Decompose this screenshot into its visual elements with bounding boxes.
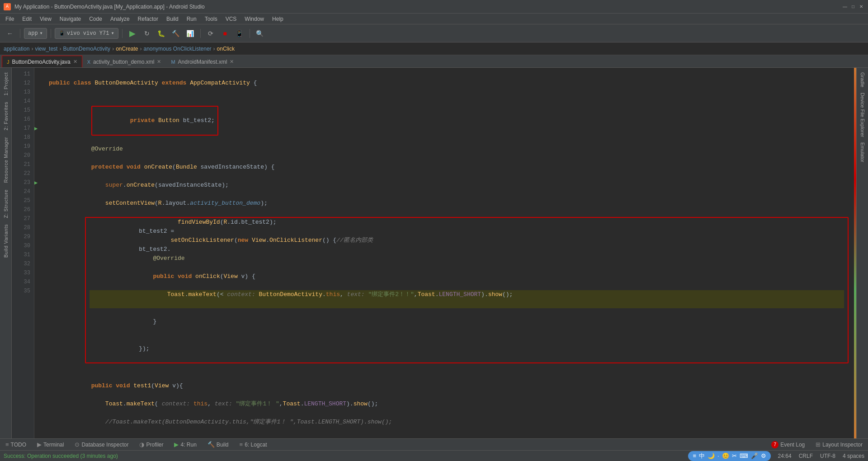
tab-java-close[interactable]: ✕	[73, 59, 77, 65]
build-button[interactable]: 🔨	[170, 27, 182, 40]
bottom-toolbar: ≡ TODO ▶ Terminal ⊙ Database Inspector ◑…	[0, 438, 868, 450]
tool-logcat[interactable]: ≡ 6: Logcat	[238, 440, 269, 449]
sidebar-item-structure[interactable]: Z: Structure	[2, 187, 9, 221]
sidebar-item-emulator[interactable]: Emulator	[859, 140, 866, 165]
menu-help[interactable]: Help	[269, 15, 287, 23]
maximize-button[interactable]: □	[850, 4, 856, 10]
status-bar: Success: Operation succeeded (3 minutes …	[0, 450, 868, 461]
red-box-selection: bt_test2 = findViewById(R.id.bt_test2); …	[85, 217, 849, 363]
reload-button[interactable]: ↻	[141, 27, 153, 40]
tool-build[interactable]: 🔨 Build	[206, 440, 231, 449]
java-icon: J	[7, 59, 9, 65]
tab-android-manifest[interactable]: M AndroidManifest.xml ✕	[166, 56, 239, 67]
tab-xml2-close[interactable]: ✕	[230, 59, 234, 65]
tool-run[interactable]: ▶ 4: Run	[172, 440, 198, 449]
menu-run[interactable]: Run	[183, 15, 200, 23]
code-line-32: }	[49, 436, 849, 438]
ime-mic: 🎤	[751, 452, 758, 459]
ime-scissors: ✂	[732, 452, 737, 459]
code-line-31: //Toast.makeText(ButtonDemoActivity.this…	[49, 418, 849, 436]
back-button[interactable]: ←	[4, 27, 16, 40]
breadcrumb-onclick[interactable]: onClick	[217, 46, 235, 52]
breadcrumb-oncreate[interactable]: onCreate	[116, 46, 138, 52]
tab-button-demo-activity[interactable]: J ButtonDemoActivity.java ✕	[2, 56, 82, 67]
breadcrumb-view-test[interactable]: view_test	[35, 46, 57, 52]
menu-build[interactable]: Build	[163, 15, 182, 23]
menu-tools[interactable]: Tools	[201, 15, 221, 23]
sidebar-item-resource-manager[interactable]: Resource Manager	[2, 134, 9, 186]
todo-label: TODO	[11, 442, 26, 448]
toolbar-separator-1	[20, 29, 20, 38]
settings-button[interactable]: ■	[219, 27, 231, 40]
menu-refactor[interactable]: Refactor	[134, 15, 162, 23]
line-numbers: 11 12 13 14 15 16 17 18 19 20 21 22 23 2…	[12, 68, 34, 438]
ime-dot: ·	[717, 452, 719, 459]
logcat-icon: ≡	[240, 441, 243, 448]
tab-xml1-close[interactable]: ✕	[157, 59, 161, 65]
search-everywhere-button[interactable]: 🔍	[254, 27, 266, 40]
toolbar-separator-4	[200, 29, 201, 38]
run-button[interactable]: ▶	[126, 27, 139, 40]
menu-edit[interactable]: Edit	[19, 15, 35, 23]
close-button[interactable]: ✕	[858, 4, 864, 10]
logcat-label: 6: Logcat	[245, 442, 267, 448]
sidebar-item-project[interactable]: 1: Project	[2, 70, 9, 98]
sidebar-item-favorites[interactable]: 2: Favorites	[2, 99, 9, 133]
code-line-15	[49, 136, 849, 145]
attach-debugger-button[interactable]: 🐛	[155, 27, 168, 40]
profiler-button[interactable]: 📊	[184, 27, 197, 40]
code-line-28	[49, 372, 849, 381]
code-editor-wrapper: 1: Project 2: Favorites Resource Manager…	[0, 68, 868, 438]
breadcrumb-class[interactable]: ButtonDemoActivity	[63, 46, 110, 52]
editor-tabs: J ButtonDemoActivity.java ✕ X activity_b…	[0, 55, 868, 68]
menu-navigate[interactable]: Navigate	[56, 15, 85, 23]
window-title: My Application - ButtonDemoActivity.java…	[14, 4, 205, 10]
menu-analyze[interactable]: Analyze	[107, 15, 133, 23]
breadcrumb-listener[interactable]: anonymous OnClickListener	[144, 46, 212, 52]
menu-view[interactable]: View	[36, 15, 55, 23]
sync-button[interactable]: ⟳	[204, 27, 217, 40]
tool-profiler[interactable]: ◑ Profiler	[137, 440, 165, 449]
main-wrapper: J ButtonDemoActivity.java ✕ X activity_b…	[0, 55, 868, 461]
xml-icon-1: X	[87, 59, 90, 65]
tool-database-inspector[interactable]: ⊙ Database Inspector	[73, 440, 130, 449]
toolbar-separator-3	[122, 29, 123, 38]
sidebar-item-build-variants[interactable]: Build Variants	[2, 221, 9, 260]
sidebar-item-gradle[interactable]: Gradle	[859, 70, 866, 90]
menu-file[interactable]: File	[2, 15, 18, 23]
avd-button[interactable]: 📱	[233, 27, 246, 40]
module-selector[interactable]: app ▾	[24, 28, 47, 39]
tool-event-log[interactable]: 7 Event Log	[769, 440, 807, 449]
run-label: 4: Run	[180, 442, 196, 448]
code-line-16: @Override	[49, 145, 849, 163]
code-line-19: setContentView(R.layout.activity_button_…	[49, 199, 849, 217]
menu-code[interactable]: Code	[85, 15, 106, 23]
breadcrumb-application[interactable]: application	[4, 46, 29, 52]
code-line-18: super.onCreate(savedInstanceState);	[49, 181, 849, 199]
right-bottom-tools: 7 Event Log ⊞ Layout Inspector	[769, 440, 864, 449]
device-selector[interactable]: 📱 vivo vivo Y71 ▾	[55, 28, 118, 39]
profiler-label: Profiler	[146, 442, 163, 448]
title-bar: A My Application - ButtonDemoActivity.ja…	[0, 0, 868, 14]
toolbar: ← app ▾ 📱 vivo vivo Y71 ▾ ▶ ↻ 🐛 🔨 📊 ⟳ ■ …	[0, 24, 868, 42]
code-line-13	[49, 97, 849, 106]
tool-todo[interactable]: ≡ TODO	[4, 440, 28, 449]
indent: 4 spaces	[843, 453, 864, 459]
tab-activity-button-demo-xml[interactable]: X activity_button_demo.xml ✕	[82, 56, 166, 67]
menu-window[interactable]: Window	[241, 15, 268, 23]
phone-icon: 📱	[59, 30, 65, 36]
layout-inspector-label: Layout Inspector	[822, 442, 863, 448]
minimize-button[interactable]: —	[842, 4, 848, 10]
code-content[interactable]: public class ButtonDemoActivity extends …	[43, 68, 854, 438]
code-line-12: public class ButtonDemoActivity extends …	[49, 79, 849, 97]
ime-icon: ≡	[693, 452, 696, 459]
sidebar-item-device-file-explorer[interactable]: Device File Explorer	[859, 90, 866, 140]
menu-vcs[interactable]: VCS	[222, 15, 241, 23]
profiler-icon: ◑	[139, 441, 144, 448]
code-line-27	[49, 363, 849, 372]
code-line-20: bt_test2 = findViewById(R.id.bt_test2);	[90, 218, 844, 236]
tool-layout-inspector[interactable]: ⊞ Layout Inspector	[814, 440, 864, 449]
code-line-24: Toast.makeText(< context: ButtonDemoActi…	[90, 290, 844, 308]
tool-terminal[interactable]: ▶ Terminal	[35, 440, 66, 449]
right-vertical-tabs: Gradle Device File Explorer Emulator	[856, 68, 868, 438]
